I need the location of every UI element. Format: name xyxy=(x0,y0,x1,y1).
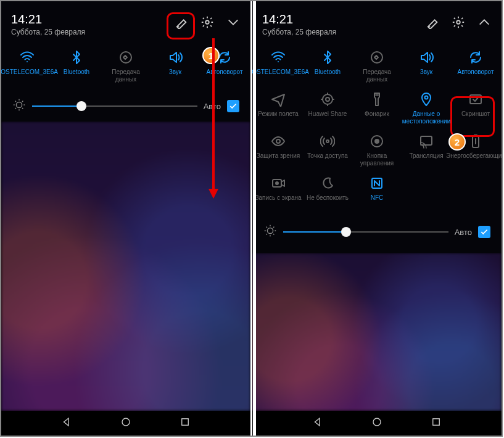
navdot-icon xyxy=(368,133,386,150)
tile-label: Трансляция xyxy=(408,152,444,167)
tile-label: Bluetooth xyxy=(313,68,342,83)
phone-right: 14:21 Суббота, 25 февраля ROSTELECOM_3E6… xyxy=(252,1,502,436)
tile-label: ROSTELECOM_3E6A xyxy=(252,68,310,83)
clock-date: Суббота, 25 февраля xyxy=(11,28,85,36)
svg-point-0 xyxy=(205,20,209,24)
clock-time: 14:21 xyxy=(11,12,85,27)
expand-icon[interactable] xyxy=(226,15,241,30)
tile-record[interactable]: Запись с экрана xyxy=(254,171,303,213)
gear-icon[interactable] xyxy=(200,15,215,30)
bluetooth-icon xyxy=(319,49,336,66)
tile-label: Фонарик xyxy=(363,110,390,125)
nav-home-icon[interactable] xyxy=(371,416,382,430)
edit-icon[interactable] xyxy=(425,15,440,30)
brightness-icon xyxy=(12,98,26,114)
cast-icon xyxy=(418,133,435,150)
tile-label: NFC xyxy=(370,194,385,209)
svg-rect-22 xyxy=(433,419,440,426)
tile-label: Данные о местоположении xyxy=(401,110,452,125)
tile-torch[interactable]: Фонарик xyxy=(352,87,402,129)
svg-rect-4 xyxy=(182,419,189,426)
tile-label: Huawei Share xyxy=(307,110,349,125)
tile-screenshot[interactable]: Скриншот xyxy=(451,87,500,129)
eye-icon xyxy=(270,133,287,150)
sound-icon xyxy=(167,49,184,66)
status-bar: 14:21 Суббота, 25 февраля xyxy=(252,1,502,43)
tile-navdot[interactable]: Кнопка управления xyxy=(352,129,402,171)
brightness-slider[interactable] xyxy=(283,226,448,238)
torch-icon xyxy=(368,91,386,108)
tile-label: Защита зрения xyxy=(255,152,301,167)
nav-back-icon[interactable] xyxy=(312,416,323,430)
location-icon xyxy=(418,91,435,108)
edit-icon[interactable] xyxy=(174,15,189,30)
svg-rect-10 xyxy=(470,95,481,104)
tile-sound[interactable]: Звук xyxy=(402,45,451,87)
tile-dnd[interactable]: Не беспокоить xyxy=(303,171,352,213)
record-icon xyxy=(270,175,287,192)
data-icon xyxy=(368,49,386,66)
tile-bluetooth[interactable]: Bluetooth xyxy=(303,45,352,87)
tile-wifi[interactable]: ROSTELECOM_3E6A xyxy=(2,45,52,87)
brightness-slider[interactable] xyxy=(32,100,197,112)
tile-sound[interactable]: Звук xyxy=(151,45,200,87)
tile-label: Звук xyxy=(419,68,434,83)
data-icon xyxy=(117,49,134,66)
tile-plane[interactable]: Режим полета xyxy=(254,87,303,129)
tile-label: Энергосберегающий xyxy=(445,152,502,167)
svg-rect-15 xyxy=(421,136,432,145)
nav-recent-icon[interactable] xyxy=(180,416,191,430)
collapse-icon[interactable] xyxy=(477,15,492,30)
plane-icon xyxy=(270,91,287,108)
auto-brightness-checkbox[interactable] xyxy=(227,100,239,112)
tile-data[interactable]: Передача данных xyxy=(101,45,151,87)
tile-label: Кнопка управления xyxy=(352,152,402,167)
tile-share[interactable]: Huawei Share xyxy=(303,87,352,129)
nfc-icon xyxy=(368,175,386,192)
bluetooth-icon xyxy=(68,49,85,66)
svg-point-21 xyxy=(373,418,381,426)
tile-label: Запись с экрана xyxy=(254,194,302,209)
annotation-badge-2: 2 xyxy=(448,133,466,151)
svg-point-20 xyxy=(267,228,273,233)
quick-settings-expanded: 14:21 Суббота, 25 февраля ROSTELECOM_3E6… xyxy=(252,1,502,253)
svg-point-7 xyxy=(326,97,329,101)
svg-point-5 xyxy=(456,20,460,24)
status-bar: 14:21 Суббота, 25 февраля xyxy=(1,1,250,43)
nav-recent-icon[interactable] xyxy=(431,416,442,430)
rotate-icon xyxy=(467,49,484,66)
hotspot-icon xyxy=(319,133,336,150)
svg-point-12 xyxy=(326,140,329,143)
svg-point-3 xyxy=(122,418,130,426)
wifi-icon xyxy=(270,49,287,66)
nav-home-icon[interactable] xyxy=(120,416,131,430)
nav-back-icon[interactable] xyxy=(61,416,72,430)
svg-point-11 xyxy=(276,139,280,143)
tile-cast[interactable]: Трансляция xyxy=(402,129,451,171)
tile-nfc[interactable]: NFC xyxy=(352,171,402,213)
tile-label: Скриншот xyxy=(460,110,491,125)
auto-brightness-checkbox[interactable] xyxy=(478,226,490,238)
dnd-icon xyxy=(319,175,336,192)
svg-point-14 xyxy=(375,139,379,143)
tile-bluetooth[interactable]: Bluetooth xyxy=(52,45,101,87)
brightness-row: Авто xyxy=(252,218,502,249)
tile-label: ROSTELECOM_3E6A xyxy=(1,68,59,83)
gear-icon[interactable] xyxy=(451,15,466,30)
share-icon xyxy=(319,91,336,108)
svg-point-8 xyxy=(323,94,333,104)
tile-location[interactable]: Данные о местоположении xyxy=(402,87,451,129)
tile-eye[interactable]: Защита зрения xyxy=(254,129,303,171)
auto-brightness-label: Авто xyxy=(455,228,472,237)
tile-label: Точка доступа xyxy=(306,152,349,167)
tile-rotate[interactable]: Автоповорот xyxy=(451,45,500,87)
tile-data[interactable]: Передача данных xyxy=(352,45,402,87)
tile-wifi[interactable]: ROSTELECOM_3E6A xyxy=(254,45,303,87)
battery-icon xyxy=(467,133,484,150)
tile-label: Не беспокоить xyxy=(305,194,350,209)
tile-hotspot[interactable]: Точка доступа xyxy=(303,129,352,171)
tile-label: Bluetooth xyxy=(62,68,91,83)
screenshot-icon xyxy=(467,91,484,108)
clock-time: 14:21 xyxy=(262,12,336,27)
clock-date: Суббота, 25 февраля xyxy=(262,28,336,36)
